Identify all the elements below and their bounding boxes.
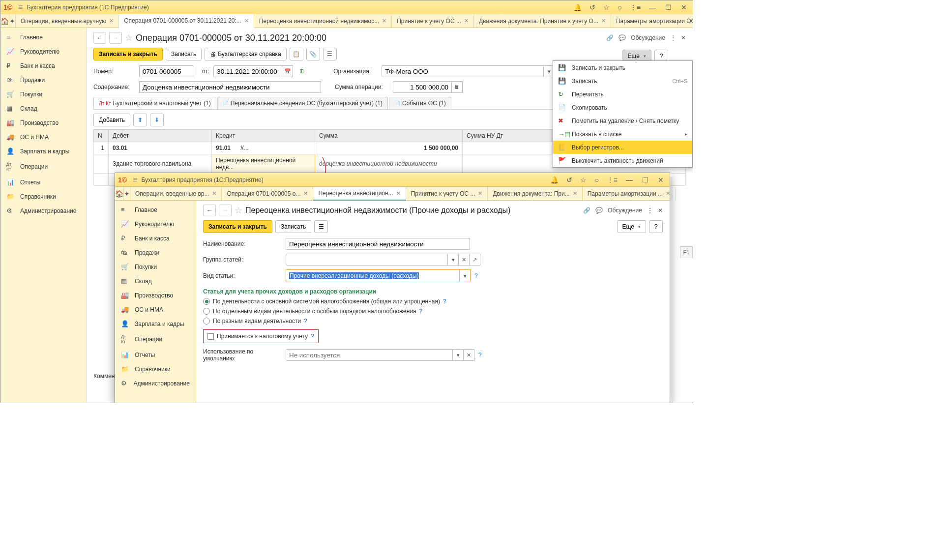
tab-2[interactable]: Операция 0701-000005 от 30.11.2021 20:..… <box>119 14 254 28</box>
psb-catalogs[interactable]: 📁Справочники <box>115 362 196 376</box>
settings-icon[interactable]: ⋮≡ <box>628 2 643 12</box>
add-button[interactable]: Добавить <box>93 114 130 126</box>
close-icon[interactable]: ✕ <box>396 190 401 197</box>
psb-os[interactable]: 🚚ОС и НМА <box>115 302 196 317</box>
psb-warehouse[interactable]: ▦Склад <box>115 274 196 288</box>
psb-bank[interactable]: ₽Банк и касса <box>115 231 196 245</box>
home-tab-icon[interactable]: 🏠 <box>115 187 124 200</box>
save-button[interactable]: Записать <box>166 48 202 60</box>
maximize-button[interactable]: ☐ <box>662 2 674 12</box>
radio-various[interactable]: По разным видам деятельности? <box>203 318 663 324</box>
discuss-icon[interactable]: 💬 <box>595 207 603 214</box>
print-button[interactable]: 🖨Бухгалтерская справка <box>205 48 287 60</box>
close-icon[interactable]: ✕ <box>244 18 249 24</box>
psb-manager[interactable]: 📈Руководителю <box>115 217 196 231</box>
sidebar-item-os[interactable]: 🚚ОС и НМА <box>0 130 86 144</box>
tab-5[interactable]: Движения документа: Принятие к учету О..… <box>474 14 611 28</box>
bell-icon[interactable]: 🔔 <box>548 175 560 185</box>
calc-icon[interactable]: 🖩 <box>452 81 463 93</box>
discuss-icon[interactable]: 💬 <box>619 34 626 41</box>
popup-help[interactable]: ? <box>649 220 663 233</box>
sidebar-item-main[interactable]: ≡Главное <box>0 30 86 44</box>
popup-more[interactable]: Еще <box>617 220 646 233</box>
sidebar-item-admin[interactable]: ⚙Администрирование <box>0 204 86 218</box>
psb-production[interactable]: 🏭Производство <box>115 288 196 302</box>
home-tab-icon[interactable]: 🏠 <box>0 14 9 28</box>
sidebar-item-production[interactable]: 🏭Производство <box>0 116 86 130</box>
close-icon[interactable]: ✕ <box>303 190 308 197</box>
menu-save[interactable]: 💾ЗаписатьCtrl+S <box>553 74 692 88</box>
psb-operations[interactable]: Дт КтОперации <box>115 331 196 348</box>
menu-dots-icon[interactable]: ⋮ <box>647 207 653 214</box>
menu-copy[interactable]: 📄Скопировать <box>553 101 692 114</box>
sidebar-item-catalogs[interactable]: 📁Справочники <box>0 189 86 204</box>
copy-button[interactable]: 📋 <box>290 48 303 60</box>
menu-icon[interactable]: ≡ <box>133 176 137 184</box>
menu-registers[interactable]: 📒Выбор регистров... <box>553 141 692 154</box>
clear-icon[interactable]: ✕ <box>459 254 470 265</box>
ptab-2[interactable]: Операция 0701-000005 о...✕ <box>222 187 313 200</box>
close-icon[interactable]: ✕ <box>109 18 114 24</box>
subtab-initial[interactable]: 📄Первоначальные сведения ОС (бухгалтерск… <box>217 97 388 109</box>
sidebar-item-reports[interactable]: 📊Отчеты <box>0 175 86 189</box>
popup-save-close[interactable]: Записать и закрыть <box>203 220 272 233</box>
close-button[interactable]: ✕ <box>678 2 690 12</box>
default-input[interactable] <box>286 349 453 361</box>
fav-icon[interactable]: ☆ <box>235 205 242 216</box>
ptab-6[interactable]: Параметры амортизации ...✕ <box>583 187 676 200</box>
tab-6[interactable]: Параметры амортизации ОС✕ <box>611 14 693 28</box>
link-icon[interactable]: 🔗 <box>583 207 590 214</box>
sidebar-item-warehouse[interactable]: ▦Склад <box>0 101 86 116</box>
menu-show-list[interactable]: →▤Показать в списке▸ <box>553 127 692 141</box>
credit-object-cell[interactable]: Переоценка инвестиционной недв... <box>212 154 315 174</box>
tax-accepted-checkbox[interactable]: Принимается к налоговому учету? <box>203 329 319 343</box>
star-icon[interactable]: ☆ <box>578 175 589 185</box>
radio-special-tax[interactable]: По отдельным видам деятельности с особым… <box>203 308 663 315</box>
circle-icon[interactable]: ○ <box>592 175 600 185</box>
help-icon[interactable]: ? <box>311 333 314 340</box>
tab-3[interactable]: Переоценка инвестиционной недвижимос...✕ <box>254 14 392 28</box>
back-button[interactable]: ← <box>93 32 106 44</box>
date-input[interactable] <box>213 65 282 77</box>
dropdown-icon[interactable]: ▾ <box>448 254 459 265</box>
sidebar-item-salary[interactable]: 👤Зарплата и кадры <box>0 144 86 158</box>
minimize-button[interactable]: — <box>623 175 635 185</box>
kind-input[interactable]: Прочие внереализационные доходы (расходы… <box>286 270 459 282</box>
radio-main-tax[interactable]: По деятельности с основной системой нало… <box>203 298 663 305</box>
popup-list-button[interactable]: ☰ <box>314 220 328 233</box>
forward-button[interactable]: → <box>219 205 232 216</box>
menu-icon[interactable]: ≡ <box>18 3 23 12</box>
sidebar-item-purchases[interactable]: 🛒Покупки <box>0 87 86 101</box>
psb-salary[interactable]: 👤Зарплата и кадры <box>115 317 196 331</box>
sum-input[interactable] <box>393 81 452 93</box>
ptab-1[interactable]: Операции, введенные вр...✕ <box>130 187 222 200</box>
up-button[interactable]: ⬆ <box>133 114 147 126</box>
sidebar-item-manager[interactable]: 📈Руководителю <box>0 44 86 59</box>
close-icon[interactable]: ✕ <box>478 190 482 197</box>
help-icon[interactable]: ? <box>478 352 482 358</box>
tab-1[interactable]: Операции, введенные вручную✕ <box>16 14 119 28</box>
content-input[interactable] <box>139 81 321 93</box>
number-input[interactable] <box>139 65 193 77</box>
psb-admin[interactable]: ⚙Администрирование <box>115 376 196 390</box>
psb-main[interactable]: ≡Главное <box>115 203 196 217</box>
org-input[interactable] <box>382 65 544 77</box>
close-icon[interactable]: ✕ <box>212 190 216 197</box>
ptab-5[interactable]: Движения документа: При...✕ <box>488 187 582 200</box>
dropdown-icon[interactable]: ▾ <box>459 270 470 282</box>
help-icon[interactable]: ? <box>419 308 423 315</box>
tab-4[interactable]: Принятие к учету ОС ...✕ <box>392 14 474 28</box>
history-icon[interactable]: ↺ <box>564 175 574 185</box>
sidebar-item-bank[interactable]: ₽Банк и касса <box>0 59 86 73</box>
psb-reports[interactable]: 📊Отчеты <box>115 348 196 362</box>
help-icon[interactable]: ? <box>443 298 446 305</box>
popup-save[interactable]: Записать <box>275 220 311 233</box>
ptab-4[interactable]: Принятие к учету ОС ...✕ <box>406 187 488 200</box>
bell-icon[interactable]: 🔔 <box>571 2 584 12</box>
open-icon[interactable]: ↗ <box>470 254 480 265</box>
close-icon[interactable]: ✕ <box>573 190 577 197</box>
menu-save-close[interactable]: 💾Записать и закрыть <box>553 61 692 74</box>
close-icon[interactable]: ✕ <box>382 18 386 24</box>
forward-button[interactable]: → <box>109 32 122 44</box>
psb-purchases[interactable]: 🛒Покупки <box>115 260 196 274</box>
